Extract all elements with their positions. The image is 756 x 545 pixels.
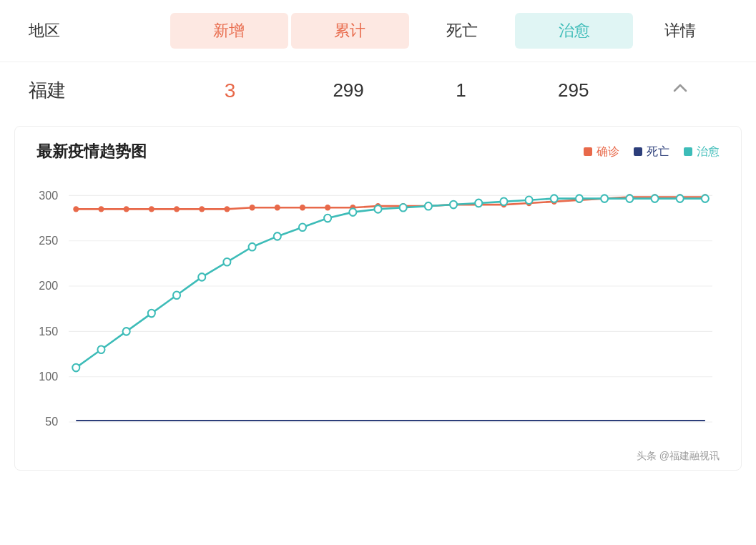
chart-legend: 确诊 死亡 治愈 — [584, 144, 720, 159]
legend-recovered: 治愈 — [684, 144, 720, 159]
deaths-dot — [634, 147, 642, 156]
legend-deaths: 死亡 — [634, 144, 669, 159]
recovered-dot — [684, 147, 692, 156]
svg-point-21 — [300, 205, 305, 210]
chart-area: 300 250 200 150 100 50 — [36, 177, 720, 448]
svg-point-55 — [500, 198, 507, 206]
header-new-cases: 新增 — [170, 13, 288, 49]
svg-text:150: 150 — [39, 324, 58, 337]
svg-point-61 — [652, 195, 659, 202]
table-header: 地区 新增 累计 死亡 治愈 详情 — [0, 0, 756, 62]
svg-point-56 — [526, 196, 533, 204]
header-region: 地区 — [29, 20, 170, 41]
svg-text:100: 100 — [39, 370, 58, 383]
svg-point-54 — [475, 200, 482, 207]
header-recovered: 治愈 — [515, 13, 633, 49]
cell-recovered: 295 — [514, 79, 633, 102]
svg-point-22 — [325, 205, 330, 210]
svg-point-47 — [299, 223, 306, 231]
cell-region: 福建 — [29, 78, 171, 103]
svg-point-59 — [601, 195, 608, 202]
svg-text:300: 300 — [39, 188, 58, 201]
header-deaths: 死亡 — [409, 13, 515, 49]
svg-point-45 — [249, 243, 256, 251]
svg-point-19 — [250, 205, 255, 210]
cell-new-cases: 3 — [171, 79, 290, 102]
svg-point-63 — [702, 195, 709, 202]
svg-point-60 — [626, 195, 633, 202]
header-detail: 详情 — [633, 13, 727, 49]
legend-confirmed-label: 确诊 — [597, 144, 619, 159]
chart-svg: 300 250 200 150 100 50 — [36, 177, 720, 448]
data-row-fujian: 福建 3 299 1 295 — [0, 62, 756, 119]
header-total: 累计 — [291, 13, 409, 49]
svg-point-20 — [275, 205, 280, 210]
legend-deaths-label: 死亡 — [647, 144, 669, 159]
cell-deaths: 1 — [408, 79, 514, 102]
svg-point-51 — [400, 204, 407, 212]
chevron-up-icon — [672, 79, 689, 97]
chart-title: 最新疫情趋势图 — [36, 141, 584, 162]
svg-point-13 — [98, 206, 104, 212]
cell-detail[interactable] — [633, 79, 727, 102]
svg-point-58 — [576, 195, 583, 202]
svg-point-12 — [73, 206, 79, 212]
svg-text:50: 50 — [45, 415, 58, 428]
legend-recovered-label: 治愈 — [697, 144, 720, 159]
svg-point-46 — [274, 232, 281, 240]
svg-point-43 — [198, 273, 205, 281]
svg-point-16 — [174, 206, 180, 212]
svg-point-40 — [123, 328, 130, 335]
svg-text:200: 200 — [39, 279, 58, 292]
svg-point-14 — [124, 206, 129, 212]
svg-point-52 — [425, 202, 432, 210]
svg-point-41 — [148, 310, 155, 318]
svg-point-15 — [149, 206, 154, 212]
svg-point-18 — [224, 206, 230, 212]
svg-point-48 — [324, 215, 331, 222]
confirmed-dot — [584, 147, 592, 156]
chart-header: 最新疫情趋势图 确诊 死亡 治愈 — [36, 141, 720, 162]
svg-point-17 — [199, 206, 205, 212]
chart-container: 最新疫情趋势图 确诊 死亡 治愈 300 250 200 150 100 50 — [14, 126, 742, 471]
watermark: 头条 @福建融视讯 — [637, 450, 720, 463]
svg-point-62 — [677, 195, 684, 202]
cell-total: 299 — [289, 79, 408, 102]
svg-point-50 — [374, 205, 381, 213]
svg-text:250: 250 — [39, 234, 58, 247]
svg-point-44 — [223, 258, 230, 266]
svg-point-38 — [72, 364, 79, 372]
svg-point-39 — [97, 345, 104, 353]
svg-point-49 — [349, 208, 356, 216]
svg-point-42 — [173, 291, 180, 299]
svg-point-53 — [450, 201, 457, 209]
legend-confirmed: 确诊 — [584, 144, 619, 159]
svg-point-57 — [551, 195, 558, 202]
recovered-line — [76, 199, 705, 368]
